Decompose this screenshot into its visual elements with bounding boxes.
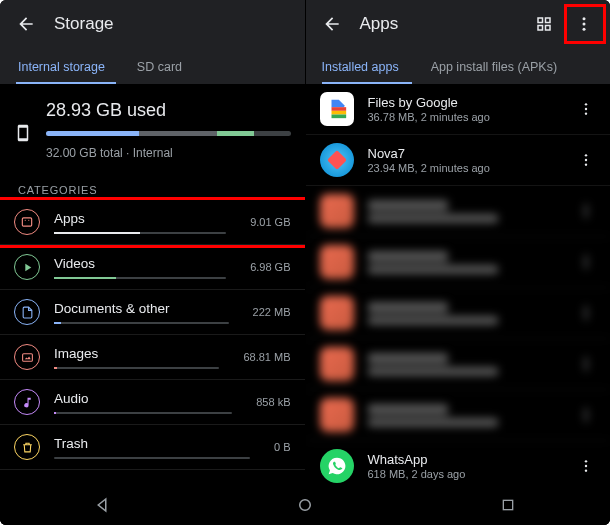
category-videos[interactable]: Videos6.98 GB — [0, 245, 305, 290]
apps-icon — [14, 209, 40, 235]
back-button[interactable] — [8, 6, 44, 42]
more-vert-icon — [578, 101, 594, 117]
svg-point-9 — [585, 112, 587, 114]
app-name — [368, 200, 448, 211]
category-apps[interactable]: Apps9.01 GB — [0, 200, 305, 245]
app-meta: 618 MB, 2 days ago — [368, 468, 557, 480]
app-icon — [320, 449, 354, 483]
svg-point-24 — [585, 367, 587, 369]
app-row[interactable] — [306, 288, 611, 339]
apps-header: Apps — [306, 0, 611, 48]
app-more-button[interactable] — [570, 195, 602, 227]
categories-label: CATEGORIES — [0, 174, 305, 200]
category-size: 858 kB — [256, 396, 290, 408]
system-nav-bar — [0, 485, 610, 525]
app-meta — [368, 316, 498, 325]
more-vert-icon — [578, 305, 594, 321]
category-documents-other[interactable]: Documents & other222 MB — [0, 290, 305, 335]
svg-point-26 — [585, 414, 587, 416]
app-row[interactable] — [306, 390, 611, 441]
svg-point-18 — [585, 265, 587, 267]
tab-internal-storage[interactable]: Internal storage — [2, 48, 121, 84]
app-name — [368, 302, 448, 313]
category-size: 222 MB — [253, 306, 291, 318]
svg-point-19 — [585, 307, 587, 309]
nav-recent-button[interactable] — [478, 487, 538, 523]
category-trash[interactable]: Trash0 B — [0, 425, 305, 470]
nav-back-button[interactable] — [72, 487, 132, 523]
storage-content: 28.93 GB used 32.00 GB total · Internal … — [0, 84, 305, 525]
svg-point-28 — [585, 460, 587, 462]
app-name — [368, 353, 448, 364]
svg-point-27 — [585, 418, 587, 420]
tab-installed-apps[interactable]: Installed apps — [306, 48, 415, 84]
svg-point-11 — [585, 159, 587, 161]
svg-point-21 — [585, 316, 587, 318]
svg-point-30 — [585, 469, 587, 471]
more-vert-icon — [578, 254, 594, 270]
svg-point-15 — [585, 214, 587, 216]
svg-point-34 — [300, 500, 311, 511]
svg-point-29 — [585, 465, 587, 467]
app-meta: 36.78 MB, 2 minutes ago — [368, 111, 557, 123]
nav-home-button[interactable] — [275, 487, 335, 523]
svg-point-23 — [585, 363, 587, 365]
app-row[interactable] — [306, 237, 611, 288]
app-row[interactable] — [306, 339, 611, 390]
page-title: Apps — [360, 14, 527, 34]
app-icon — [320, 245, 354, 279]
app-row[interactable]: Nova723.94 MB, 2 minutes ago — [306, 135, 611, 186]
category-images[interactable]: Images68.81 MB — [0, 335, 305, 380]
more-options-button[interactable] — [566, 6, 602, 42]
svg-point-4 — [583, 17, 586, 20]
category-name: Apps — [54, 211, 226, 226]
more-vert-icon — [578, 407, 594, 423]
tab-sd-card[interactable]: SD card — [121, 48, 198, 84]
category-name: Documents & other — [54, 301, 229, 316]
audio-icon — [14, 389, 40, 415]
svg-point-13 — [585, 205, 587, 207]
more-vert-icon — [575, 15, 593, 33]
tab-apk-files[interactable]: App install files (APKs) — [415, 48, 573, 84]
svg-point-17 — [585, 261, 587, 263]
arrow-back-icon — [322, 14, 342, 34]
video-icon — [14, 254, 40, 280]
app-more-button[interactable] — [570, 297, 602, 329]
page-title: Storage — [54, 14, 297, 34]
category-name: Images — [54, 346, 219, 361]
app-more-button[interactable] — [570, 93, 602, 125]
storage-total-text: 32.00 GB total · Internal — [46, 146, 291, 160]
app-icon — [320, 92, 354, 126]
more-vert-icon — [578, 356, 594, 372]
app-icon — [320, 194, 354, 228]
app-name — [368, 404, 448, 415]
app-row[interactable]: Files by Google36.78 MB, 2 minutes ago — [306, 84, 611, 135]
app-more-button[interactable] — [570, 399, 602, 431]
app-more-button[interactable] — [570, 144, 602, 176]
app-name: WhatsApp — [368, 452, 557, 467]
more-vert-icon — [578, 203, 594, 219]
svg-point-6 — [583, 28, 586, 31]
category-name: Audio — [54, 391, 232, 406]
app-meta: 23.94 MB, 2 minutes ago — [368, 162, 557, 174]
more-vert-icon — [578, 152, 594, 168]
doc-icon — [14, 299, 40, 325]
trash-icon — [14, 434, 40, 460]
back-button[interactable] — [314, 6, 350, 42]
app-more-button[interactable] — [570, 450, 602, 482]
svg-rect-3 — [22, 353, 32, 361]
app-row[interactable] — [306, 186, 611, 237]
image-icon — [14, 344, 40, 370]
app-more-button[interactable] — [570, 246, 602, 278]
triangle-back-icon — [93, 496, 111, 514]
svg-point-12 — [585, 163, 587, 165]
category-audio[interactable]: Audio858 kB — [0, 380, 305, 425]
svg-point-10 — [585, 154, 587, 156]
storage-tabs: Internal storage SD card — [0, 48, 305, 84]
app-more-button[interactable] — [570, 348, 602, 380]
view-grid-button[interactable] — [526, 6, 562, 42]
svg-rect-35 — [504, 500, 513, 509]
svg-point-16 — [585, 256, 587, 258]
storage-bar — [46, 131, 291, 136]
app-icon — [320, 143, 354, 177]
